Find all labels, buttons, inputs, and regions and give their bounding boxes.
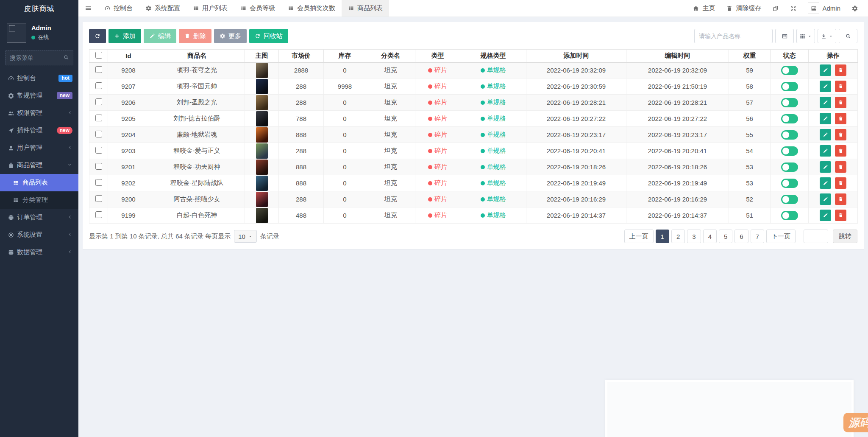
product-search-input[interactable] — [694, 29, 773, 43]
page-button-5[interactable]: 5 — [719, 230, 732, 243]
recycle-bin-button[interactable]: 回收站 — [249, 29, 288, 43]
sidebar-item-商品管理[interactable]: 商品管理 — [0, 157, 78, 174]
edit-row-button[interactable] — [820, 64, 831, 76]
product-thumbnail[interactable] — [256, 208, 268, 223]
user-menu[interactable]: Admin — [802, 0, 846, 17]
edit-row-button[interactable] — [820, 145, 831, 157]
edit-row-button[interactable] — [820, 129, 831, 140]
product-thumbnail[interactable] — [256, 143, 268, 159]
delete-row-button[interactable] — [835, 97, 846, 108]
delete-row-button[interactable] — [835, 161, 846, 173]
status-toggle[interactable] — [781, 211, 798, 220]
row-checkbox[interactable] — [95, 98, 102, 105]
status-toggle[interactable] — [781, 66, 798, 75]
status-toggle[interactable] — [781, 82, 798, 91]
sidebar-item-icon — [8, 232, 17, 238]
delete-button[interactable]: 删除 — [179, 29, 211, 43]
delete-row-button[interactable] — [835, 177, 846, 189]
product-thumbnail[interactable] — [256, 176, 268, 191]
edit-row-button[interactable] — [820, 113, 831, 124]
row-checkbox[interactable] — [95, 211, 102, 218]
status-toggle[interactable] — [781, 146, 798, 156]
row-checkbox[interactable] — [95, 82, 102, 89]
select-all-checkbox[interactable] — [95, 52, 102, 59]
delete-row-button[interactable] — [835, 81, 846, 92]
delete-row-button[interactable] — [835, 193, 846, 205]
page-button-1[interactable]: 1 — [656, 230, 669, 243]
product-thumbnail[interactable] — [256, 63, 268, 78]
detail-view-button[interactable] — [775, 29, 794, 43]
sidebar-item-插件管理[interactable]: 插件管理 new — [0, 122, 78, 139]
sidebar-item-订单管理[interactable]: 订单管理 — [0, 209, 78, 226]
tab-会员抽奖次数[interactable]: 会员抽奖次数 — [281, 0, 342, 17]
delete-row-button[interactable] — [835, 113, 846, 124]
row-checkbox[interactable] — [95, 179, 102, 186]
row-checkbox[interactable] — [95, 163, 102, 170]
edit-row-button[interactable] — [820, 81, 831, 92]
delete-row-button[interactable] — [835, 129, 846, 140]
home-link[interactable]: 主页 — [687, 0, 721, 17]
status-toggle[interactable] — [781, 179, 798, 188]
copy-button[interactable] — [767, 0, 785, 17]
tab-用户列表[interactable]: 用户列表 — [186, 0, 234, 17]
edit-button[interactable]: 编辑 — [144, 29, 176, 43]
product-thumbnail[interactable] — [256, 127, 268, 143]
status-toggle[interactable] — [781, 162, 798, 172]
status-toggle[interactable] — [781, 114, 798, 123]
jump-page-input[interactable] — [804, 230, 828, 243]
edit-row-button[interactable] — [820, 210, 831, 221]
edit-row-button[interactable] — [820, 177, 831, 189]
fullscreen-button[interactable] — [785, 0, 802, 17]
export-button[interactable] — [818, 29, 836, 43]
product-thumbnail[interactable] — [256, 160, 268, 175]
prev-page-button[interactable]: 上一页 — [624, 230, 654, 243]
edit-row-button[interactable] — [820, 161, 831, 173]
product-thumbnail[interactable] — [256, 192, 268, 207]
clear-cache-button[interactable]: 清除缓存 — [721, 0, 767, 17]
next-page-button[interactable]: 下一页 — [766, 230, 796, 243]
edit-row-button[interactable] — [820, 97, 831, 108]
page-button-7[interactable]: 7 — [751, 230, 764, 243]
sidebar-item-常规管理[interactable]: 常规管理 new — [0, 87, 78, 104]
edit-row-button[interactable] — [820, 193, 831, 205]
delete-row-button[interactable] — [835, 145, 846, 157]
search-button[interactable] — [839, 29, 857, 43]
tab-商品列表[interactable]: 商品列表 — [342, 0, 389, 17]
tab-会员等级[interactable]: 会员等级 — [234, 0, 281, 17]
sidebar-item-控制台[interactable]: 控制台 hot — [0, 70, 78, 87]
status-toggle[interactable] — [781, 195, 798, 204]
tab-控制台[interactable]: 控制台 — [98, 0, 139, 17]
page-button-6[interactable]: 6 — [734, 230, 748, 243]
tab-系统配置[interactable]: 系统配置 — [139, 0, 186, 17]
row-checkbox[interactable] — [95, 131, 102, 137]
delete-row-button[interactable] — [835, 64, 846, 76]
product-thumbnail[interactable] — [256, 95, 268, 110]
sidebar-subitem-商品列表[interactable]: 商品列表 — [0, 174, 78, 191]
sidebar-subitem-分类管理[interactable]: 分类管理 — [0, 191, 78, 209]
row-checkbox[interactable] — [95, 195, 102, 202]
page-size-dropdown[interactable]: 10 — [234, 230, 257, 243]
product-thumbnail[interactable] — [256, 111, 268, 126]
delete-row-button[interactable] — [835, 210, 846, 221]
avatar[interactable] — [7, 23, 26, 42]
settings-menu-button[interactable] — [846, 0, 864, 17]
add-button[interactable]: 添加 — [108, 29, 141, 43]
status-toggle[interactable] — [781, 98, 798, 107]
refresh-button[interactable] — [89, 29, 106, 43]
page-button-4[interactable]: 4 — [703, 230, 717, 243]
page-button-3[interactable]: 3 — [687, 230, 701, 243]
sidebar-item-系统设置[interactable]: 系统设置 — [0, 226, 78, 244]
sidebar-toggle-button[interactable] — [78, 0, 98, 17]
sidebar-item-数据管理[interactable]: 数据管理 — [0, 244, 78, 261]
page-button-2[interactable]: 2 — [671, 230, 685, 243]
more-button[interactable]: 更多 — [214, 29, 247, 43]
row-checkbox[interactable] — [95, 115, 102, 121]
product-thumbnail[interactable] — [256, 79, 268, 94]
status-toggle[interactable] — [781, 130, 798, 140]
jump-button[interactable]: 跳转 — [833, 230, 857, 243]
row-checkbox[interactable] — [95, 66, 102, 73]
row-checkbox[interactable] — [95, 147, 102, 154]
sidebar-item-权限管理[interactable]: 权限管理 — [0, 104, 78, 122]
sidebar-item-用户管理[interactable]: 用户管理 — [0, 139, 78, 157]
columns-button[interactable] — [796, 29, 815, 43]
